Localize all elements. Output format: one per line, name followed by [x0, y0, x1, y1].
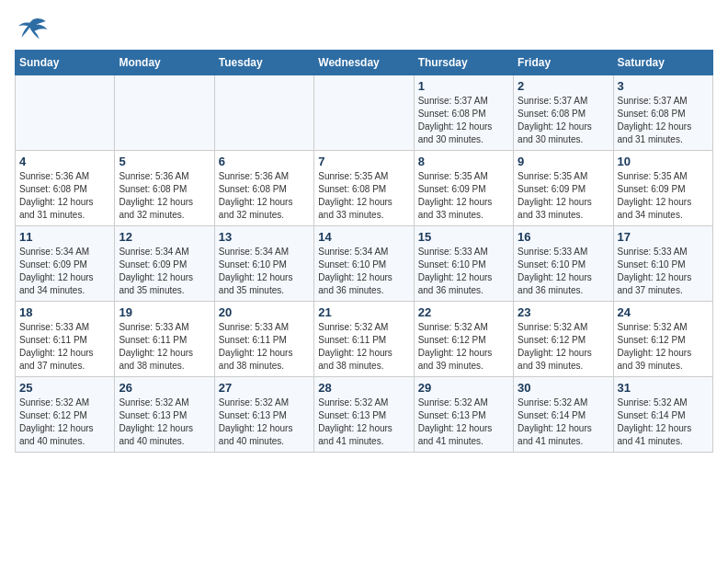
- day-number: 19: [119, 305, 210, 319]
- calendar-cell: 16Sunrise: 5:33 AMSunset: 6:10 PMDayligh…: [514, 226, 613, 302]
- day-info: Sunrise: 5:34 AMSunset: 6:10 PMDaylight:…: [318, 246, 409, 297]
- calendar-header: SundayMondayTuesdayWednesdayThursdayFrid…: [16, 51, 713, 75]
- calendar-cell: 14Sunrise: 5:34 AMSunset: 6:10 PMDayligh…: [314, 226, 414, 302]
- day-info: Sunrise: 5:37 AMSunset: 6:08 PMDaylight:…: [518, 95, 609, 146]
- day-info: Sunrise: 5:32 AMSunset: 6:12 PMDaylight:…: [19, 396, 110, 448]
- calendar-cell: 4Sunrise: 5:36 AMSunset: 6:08 PMDaylight…: [16, 151, 115, 226]
- calendar-cell: 24Sunrise: 5:32 AMSunset: 6:12 PMDayligh…: [613, 302, 712, 377]
- day-number: 27: [219, 381, 310, 395]
- day-number: 20: [219, 305, 310, 319]
- calendar-cell: 13Sunrise: 5:34 AMSunset: 6:10 PMDayligh…: [214, 226, 313, 302]
- calendar-cell: 10Sunrise: 5:35 AMSunset: 6:09 PMDayligh…: [613, 151, 712, 226]
- calendar-cell: 23Sunrise: 5:32 AMSunset: 6:12 PMDayligh…: [514, 302, 613, 377]
- day-info: Sunrise: 5:32 AMSunset: 6:13 PMDaylight:…: [119, 396, 210, 448]
- day-number: 3: [618, 79, 709, 93]
- day-number: 15: [418, 230, 509, 244]
- day-number: 16: [518, 230, 609, 244]
- calendar-week-row: 11Sunrise: 5:34 AMSunset: 6:09 PMDayligh…: [16, 226, 713, 302]
- day-info: Sunrise: 5:36 AMSunset: 6:08 PMDaylight:…: [219, 170, 310, 222]
- day-number: 13: [219, 230, 310, 244]
- calendar-cell: 31Sunrise: 5:32 AMSunset: 6:14 PMDayligh…: [613, 377, 712, 453]
- calendar-cell: 15Sunrise: 5:33 AMSunset: 6:10 PMDayligh…: [414, 226, 513, 302]
- day-number: 9: [518, 155, 609, 168]
- calendar-cell: 2Sunrise: 5:37 AMSunset: 6:08 PMDaylight…: [514, 75, 613, 151]
- calendar-cell: 11Sunrise: 5:34 AMSunset: 6:09 PMDayligh…: [16, 226, 115, 302]
- calendar-cell: 3Sunrise: 5:37 AMSunset: 6:08 PMDaylight…: [613, 75, 712, 151]
- day-info: Sunrise: 5:33 AMSunset: 6:10 PMDaylight:…: [618, 246, 709, 297]
- calendar-week-row: 4Sunrise: 5:36 AMSunset: 6:08 PMDaylight…: [16, 151, 713, 226]
- day-number: 26: [119, 381, 210, 395]
- day-number: 14: [318, 230, 409, 244]
- day-info: Sunrise: 5:37 AMSunset: 6:08 PMDaylight:…: [418, 95, 509, 146]
- calendar-cell: [115, 75, 214, 151]
- calendar-cell: [314, 75, 414, 151]
- calendar-table: SundayMondayTuesdayWednesdayThursdayFrid…: [15, 50, 713, 453]
- day-info: Sunrise: 5:32 AMSunset: 6:13 PMDaylight:…: [219, 396, 310, 448]
- day-info: Sunrise: 5:34 AMSunset: 6:10 PMDaylight:…: [219, 246, 310, 297]
- day-number: 4: [19, 155, 110, 168]
- calendar-cell: 30Sunrise: 5:32 AMSunset: 6:14 PMDayligh…: [514, 377, 613, 453]
- day-info: Sunrise: 5:32 AMSunset: 6:14 PMDaylight:…: [518, 396, 609, 448]
- day-info: Sunrise: 5:36 AMSunset: 6:08 PMDaylight:…: [19, 170, 110, 222]
- day-number: 22: [418, 305, 509, 319]
- weekday-header: Saturday: [613, 51, 712, 75]
- day-number: 29: [418, 381, 509, 395]
- day-info: Sunrise: 5:35 AMSunset: 6:09 PMDaylight:…: [418, 170, 509, 222]
- logo-icon: [15, 15, 48, 42]
- weekday-header: Sunday: [16, 51, 115, 75]
- day-info: Sunrise: 5:35 AMSunset: 6:08 PMDaylight:…: [318, 170, 409, 222]
- calendar-cell: 21Sunrise: 5:32 AMSunset: 6:11 PMDayligh…: [314, 302, 414, 377]
- day-info: Sunrise: 5:32 AMSunset: 6:11 PMDaylight:…: [318, 321, 409, 373]
- day-info: Sunrise: 5:33 AMSunset: 6:11 PMDaylight:…: [219, 321, 310, 373]
- day-number: 1: [418, 79, 509, 93]
- weekday-header: Friday: [514, 51, 613, 75]
- calendar-cell: 9Sunrise: 5:35 AMSunset: 6:09 PMDaylight…: [514, 151, 613, 226]
- calendar-cell: [16, 75, 115, 151]
- calendar-cell: 22Sunrise: 5:32 AMSunset: 6:12 PMDayligh…: [414, 302, 513, 377]
- calendar-cell: 27Sunrise: 5:32 AMSunset: 6:13 PMDayligh…: [214, 377, 313, 453]
- calendar-cell: 1Sunrise: 5:37 AMSunset: 6:08 PMDaylight…: [414, 75, 513, 151]
- day-number: 5: [119, 155, 210, 168]
- header: [15, 15, 713, 42]
- calendar-cell: 26Sunrise: 5:32 AMSunset: 6:13 PMDayligh…: [115, 377, 214, 453]
- day-info: Sunrise: 5:32 AMSunset: 6:12 PMDaylight:…: [618, 321, 709, 373]
- day-info: Sunrise: 5:32 AMSunset: 6:12 PMDaylight:…: [518, 321, 609, 373]
- day-info: Sunrise: 5:34 AMSunset: 6:09 PMDaylight:…: [119, 246, 210, 297]
- day-info: Sunrise: 5:32 AMSunset: 6:14 PMDaylight:…: [618, 396, 709, 448]
- day-number: 25: [19, 381, 110, 395]
- calendar-cell: 5Sunrise: 5:36 AMSunset: 6:08 PMDaylight…: [115, 151, 214, 226]
- day-number: 17: [618, 230, 709, 244]
- day-number: 23: [518, 305, 609, 319]
- day-number: 7: [318, 155, 409, 168]
- weekday-header: Monday: [115, 51, 214, 75]
- day-number: 12: [119, 230, 210, 244]
- calendar-week-row: 18Sunrise: 5:33 AMSunset: 6:11 PMDayligh…: [16, 302, 713, 377]
- day-number: 24: [618, 305, 709, 319]
- calendar-cell: 12Sunrise: 5:34 AMSunset: 6:09 PMDayligh…: [115, 226, 214, 302]
- day-number: 21: [318, 305, 409, 319]
- calendar-cell: [214, 75, 313, 151]
- calendar-cell: 25Sunrise: 5:32 AMSunset: 6:12 PMDayligh…: [16, 377, 115, 453]
- day-number: 30: [518, 381, 609, 395]
- day-number: 6: [219, 155, 310, 168]
- day-number: 31: [618, 381, 709, 395]
- day-info: Sunrise: 5:36 AMSunset: 6:08 PMDaylight:…: [119, 170, 210, 222]
- day-number: 11: [19, 230, 110, 244]
- logo: [15, 15, 51, 42]
- calendar-cell: 20Sunrise: 5:33 AMSunset: 6:11 PMDayligh…: [214, 302, 313, 377]
- calendar-cell: 6Sunrise: 5:36 AMSunset: 6:08 PMDaylight…: [214, 151, 313, 226]
- calendar-cell: 29Sunrise: 5:32 AMSunset: 6:13 PMDayligh…: [414, 377, 513, 453]
- day-info: Sunrise: 5:32 AMSunset: 6:13 PMDaylight:…: [318, 396, 409, 448]
- day-info: Sunrise: 5:32 AMSunset: 6:13 PMDaylight:…: [418, 396, 509, 448]
- day-number: 18: [19, 305, 110, 319]
- day-info: Sunrise: 5:35 AMSunset: 6:09 PMDaylight:…: [618, 170, 709, 222]
- calendar-cell: 7Sunrise: 5:35 AMSunset: 6:08 PMDaylight…: [314, 151, 414, 226]
- day-info: Sunrise: 5:34 AMSunset: 6:09 PMDaylight:…: [19, 246, 110, 297]
- day-number: 8: [418, 155, 509, 168]
- calendar-body: 1Sunrise: 5:37 AMSunset: 6:08 PMDaylight…: [16, 75, 713, 453]
- calendar-cell: 8Sunrise: 5:35 AMSunset: 6:09 PMDaylight…: [414, 151, 513, 226]
- calendar-cell: 28Sunrise: 5:32 AMSunset: 6:13 PMDayligh…: [314, 377, 414, 453]
- day-info: Sunrise: 5:32 AMSunset: 6:12 PMDaylight:…: [418, 321, 509, 373]
- calendar-cell: 18Sunrise: 5:33 AMSunset: 6:11 PMDayligh…: [16, 302, 115, 377]
- calendar-week-row: 25Sunrise: 5:32 AMSunset: 6:12 PMDayligh…: [16, 377, 713, 453]
